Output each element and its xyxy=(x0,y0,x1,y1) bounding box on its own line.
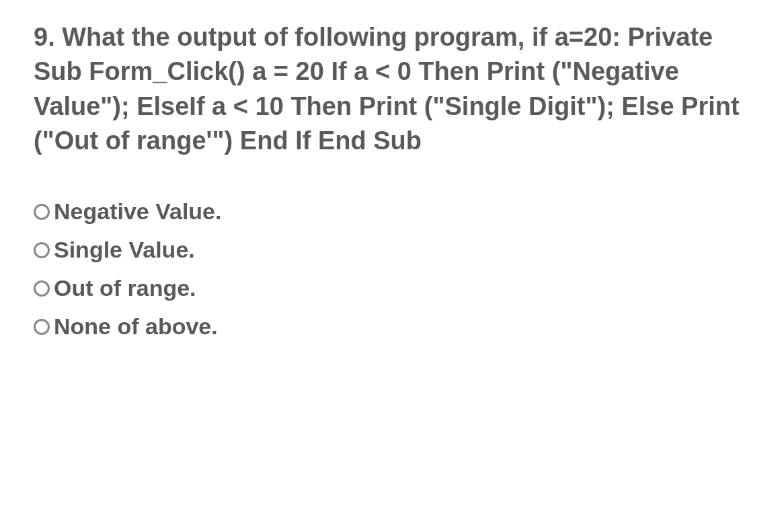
option-2[interactable]: Single Value. xyxy=(34,237,750,263)
radio-icon[interactable] xyxy=(34,280,50,297)
radio-icon[interactable] xyxy=(34,242,50,258)
question-text: 9. What the output of following program,… xyxy=(34,20,750,158)
option-1[interactable]: Negative Value. xyxy=(34,198,750,225)
radio-icon[interactable] xyxy=(34,319,50,335)
option-label: Single Value. xyxy=(54,237,195,263)
option-label: None of above. xyxy=(54,313,218,340)
radio-icon[interactable] xyxy=(34,204,50,220)
option-3[interactable]: Out of range. xyxy=(34,275,750,301)
option-4[interactable]: None of above. xyxy=(34,313,750,340)
option-label: Out of range. xyxy=(54,275,196,301)
options-container: Negative Value. Single Value. Out of ran… xyxy=(34,198,750,340)
option-label: Negative Value. xyxy=(54,198,221,225)
